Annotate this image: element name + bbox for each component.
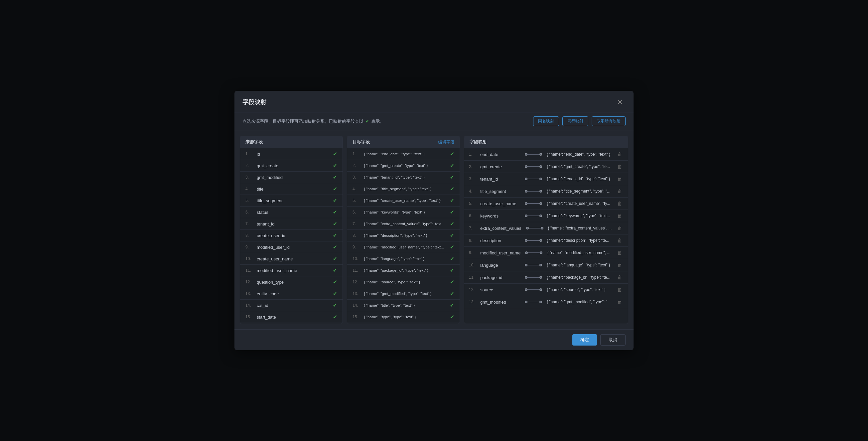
target-list-item[interactable]: 14. { "name": "title", "type": "text" } … xyxy=(347,300,460,311)
mapped-check-icon: ✔ xyxy=(450,163,454,168)
source-list-item[interactable]: 7. tenant_id ✔ xyxy=(240,218,343,230)
delete-mapping-button[interactable]: 🗑 xyxy=(616,176,623,182)
delete-mapping-button[interactable]: 🗑 xyxy=(616,200,623,207)
delete-mapping-button[interactable]: 🗑 xyxy=(616,151,623,158)
source-list-item[interactable]: 8. create_user_id ✔ xyxy=(240,230,343,242)
item-number: 4. xyxy=(352,187,361,191)
modal-footer: 确定 取消 xyxy=(235,329,633,350)
connector-line-body xyxy=(527,240,539,241)
target-list-item[interactable]: 12. { "name": "source", "type": "text" }… xyxy=(347,276,460,288)
source-list-item[interactable]: 3. gmt_modified ✔ xyxy=(240,171,343,183)
delete-mapping-button[interactable]: 🗑 xyxy=(616,286,623,293)
connector-line xyxy=(525,178,542,180)
item-field-name: { "name": "create_user_name", "type": "t… xyxy=(364,198,447,202)
target-field-list: 1. { "name": "end_date", "type": "text" … xyxy=(347,148,460,324)
mapping-list-item: 8. description { "name": "description", … xyxy=(464,234,628,247)
mapped-check-icon: ✔ xyxy=(333,244,337,250)
item-field-name: { "name": "gmt_modified", "type": "text"… xyxy=(364,292,447,296)
item-field-name: { "name": "description", "type": "text" … xyxy=(364,233,447,238)
same-row-mapping-button[interactable]: 同行映射 xyxy=(562,117,588,126)
source-list-item[interactable]: 5. title_segment ✔ xyxy=(240,195,343,207)
mapping-list-item: 10. language { "name": "language", "type… xyxy=(464,259,628,272)
map-source-field: end_date xyxy=(480,152,520,157)
item-field-name: gmt_create xyxy=(257,163,330,168)
map-number: 11. xyxy=(469,275,477,280)
target-list-item[interactable]: 9. { "name": "modified_user_name", "type… xyxy=(347,242,460,253)
source-list-item[interactable]: 16. end_date ✔ xyxy=(240,323,343,324)
confirm-button[interactable]: 确定 xyxy=(572,334,597,346)
delete-mapping-button[interactable]: 🗑 xyxy=(616,298,623,305)
mapped-check-icon: ✔ xyxy=(333,174,337,180)
close-button[interactable]: ✕ xyxy=(615,97,625,107)
delete-mapping-button[interactable]: 🗑 xyxy=(616,274,623,281)
connector-line-body xyxy=(527,191,539,192)
item-field-name: title xyxy=(257,187,330,192)
delete-mapping-button[interactable]: 🗑 xyxy=(616,249,623,256)
target-list-item[interactable]: 5. { "name": "create_user_name", "type":… xyxy=(347,195,460,207)
source-list-item[interactable]: 14. cat_id ✔ xyxy=(240,300,343,311)
item-field-name: modified_user_name xyxy=(257,268,330,273)
connector-line xyxy=(525,264,542,266)
target-list-item[interactable]: 16. { "name": "uuid", "type": "text" } ✔ xyxy=(347,323,460,324)
target-list-item[interactable]: 15. { "name": "type", "type": "text" } ✔ xyxy=(347,311,460,323)
connector-line xyxy=(525,288,542,291)
modal-body: 来源字段 1. id ✔ 2. gmt_create ✔ 3. gmt_modi… xyxy=(235,130,633,329)
same-name-mapping-button[interactable]: 同名映射 xyxy=(533,117,559,126)
target-list-item[interactable]: 3. { "name": "tenant_id", "type": "text"… xyxy=(347,171,460,183)
item-number: 4. xyxy=(245,187,254,191)
source-list-item[interactable]: 15. start_date ✔ xyxy=(240,311,343,323)
connector-line-body xyxy=(527,154,539,155)
delete-mapping-button[interactable]: 🗑 xyxy=(616,262,623,269)
item-number: 9. xyxy=(245,245,254,249)
mapped-check-icon: ✔ xyxy=(450,221,454,227)
item-number: 8. xyxy=(245,233,254,238)
mapped-check-icon: ✔ xyxy=(450,151,454,157)
item-field-name: { "name": "gmt_create", "type": "text" } xyxy=(364,164,447,168)
delete-mapping-button[interactable]: 🗑 xyxy=(616,225,623,231)
item-field-name: start_date xyxy=(257,315,330,320)
item-field-name: id xyxy=(257,152,330,157)
source-list-item[interactable]: 10. create_user_name ✔ xyxy=(240,253,343,265)
item-field-name: { "name": "modified_user_name", "type": … xyxy=(364,245,447,249)
mapping-list-item: 12. source { "name": "source", "type": "… xyxy=(464,284,628,296)
map-source-field: title_segment xyxy=(480,189,520,194)
target-list-item[interactable]: 7. { "name": "extra_content_values", "ty… xyxy=(347,218,460,230)
source-panel-header: 来源字段 xyxy=(240,136,343,148)
source-list-item[interactable]: 1. id ✔ xyxy=(240,148,343,160)
modal-header: 字段映射 ✕ xyxy=(235,91,633,113)
source-list-item[interactable]: 9. modified_user_id ✔ xyxy=(240,242,343,253)
source-list-item[interactable]: 6. status ✔ xyxy=(240,207,343,218)
target-list-item[interactable]: 4. { "name": "title_segment", "type": "t… xyxy=(347,183,460,195)
target-list-item[interactable]: 8. { "name": "description", "type": "tex… xyxy=(347,230,460,242)
target-list-item[interactable]: 13. { "name": "gmt_modified", "type": "t… xyxy=(347,288,460,300)
mapped-check-icon: ✔ xyxy=(450,209,454,215)
target-list-item[interactable]: 10. { "name": "language", "type": "text"… xyxy=(347,253,460,265)
connector-dot-left xyxy=(525,165,527,168)
target-panel: 目标字段 编辑字段 1. { "name": "end_date", "type… xyxy=(347,136,460,324)
source-list-item[interactable]: 11. modified_user_name ✔ xyxy=(240,265,343,276)
connector-line xyxy=(525,202,542,205)
item-number: 14. xyxy=(245,303,254,308)
edit-field-link[interactable]: 编辑字段 xyxy=(438,139,454,145)
delete-mapping-button[interactable]: 🗑 xyxy=(616,237,623,244)
source-list-item[interactable]: 2. gmt_create ✔ xyxy=(240,160,343,171)
cancel-button[interactable]: 取消 xyxy=(600,334,625,346)
cancel-all-mapping-button[interactable]: 取消所有映射 xyxy=(592,117,625,126)
source-list-item[interactable]: 12. question_type ✔ xyxy=(240,276,343,288)
source-panel: 来源字段 1. id ✔ 2. gmt_create ✔ 3. gmt_modi… xyxy=(240,136,343,324)
connector-dot-right xyxy=(539,239,542,242)
target-list-item[interactable]: 2. { "name": "gmt_create", "type": "text… xyxy=(347,160,460,171)
delete-mapping-button[interactable]: 🗑 xyxy=(616,213,623,219)
source-list-item[interactable]: 13. entity_code ✔ xyxy=(240,288,343,300)
item-field-name: question_type xyxy=(257,280,330,285)
delete-mapping-button[interactable]: 🗑 xyxy=(616,188,623,195)
source-list-item[interactable]: 4. title ✔ xyxy=(240,183,343,195)
delete-mapping-button[interactable]: 🗑 xyxy=(616,163,623,170)
item-number: 7. xyxy=(245,221,254,226)
target-list-item[interactable]: 11. { "name": "package_id", "type": "tex… xyxy=(347,265,460,276)
connector-dot-right xyxy=(539,288,542,291)
target-list-item[interactable]: 1. { "name": "end_date", "type": "text" … xyxy=(347,148,460,160)
target-panel-title: 目标字段 xyxy=(352,139,370,145)
item-number: 8. xyxy=(352,233,361,238)
target-list-item[interactable]: 6. { "name": "keywords", "type": "text" … xyxy=(347,207,460,218)
